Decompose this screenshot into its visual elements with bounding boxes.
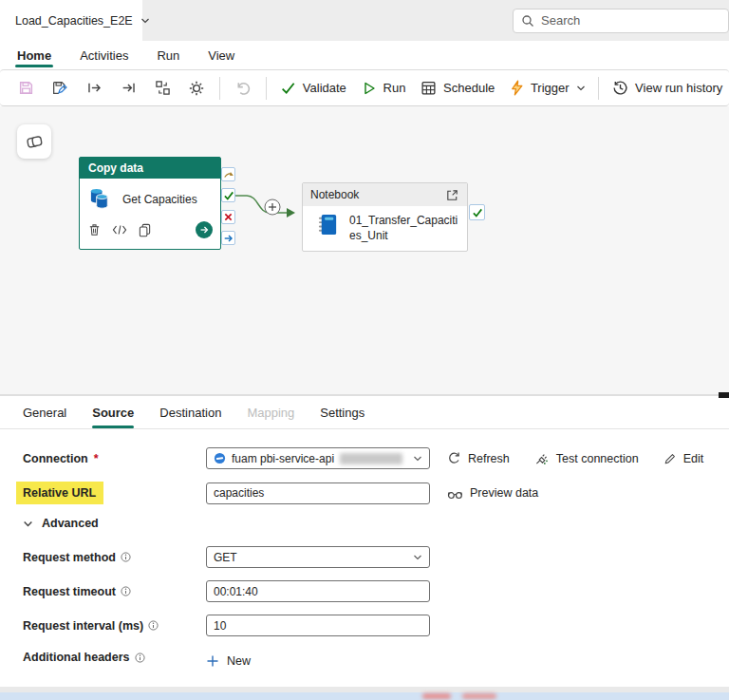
on-completion-port[interactable] [221, 231, 235, 245]
validate-button[interactable]: Validate [273, 74, 353, 103]
title-strip: Load_Capacities_E2E [0, 0, 729, 41]
search-icon [521, 14, 534, 28]
connection-label: Connection * [23, 452, 206, 465]
tab-general[interactable]: General [23, 406, 66, 428]
request-method-row: Request method GET [23, 546, 729, 568]
info-icon [121, 586, 131, 596]
preview-data-label: Preview data [470, 486, 538, 500]
request-timeout-input[interactable]: 00:01:40 [206, 580, 430, 602]
new-label: New [227, 654, 251, 668]
chevron-down-icon [140, 16, 150, 26]
view-run-history-label: View run history [635, 81, 722, 95]
copilot-button[interactable] [17, 124, 51, 159]
test-connection-label: Test connection [556, 452, 639, 465]
on-failure-port[interactable] [221, 210, 235, 224]
background-window-strip [0, 692, 729, 700]
ribbon-tab-run[interactable]: Run [157, 48, 179, 69]
trigger-label: Trigger [531, 81, 570, 95]
request-timeout-value: 00:01:40 [214, 585, 258, 598]
save-icon [18, 80, 34, 96]
on-skip-port[interactable] [221, 167, 235, 181]
redacted-blob [462, 693, 496, 699]
ribbon-tab-activities[interactable]: Activities [80, 48, 128, 69]
bar-arrow-right-icon [86, 80, 103, 96]
notebook-activity[interactable]: Notebook 01_Transfer_Capacities_Unit [302, 182, 468, 252]
edit-pencil-icon [664, 452, 677, 465]
notebook-activity-name: 01_Transfer_Capacities_Unit [349, 213, 461, 243]
view-run-history-button[interactable]: View run history [606, 74, 729, 103]
additional-headers-label: Additional headers [23, 651, 206, 664]
relative-url-value: capacities [214, 486, 264, 500]
required-marker: * [94, 452, 99, 465]
connection-value: fuam pbi-service-api [232, 452, 334, 465]
properties-tab-bar: General Source Destination Mapping Setti… [0, 396, 729, 429]
request-interval-label: Request interval (ms) [23, 619, 206, 633]
tab-settings[interactable]: Settings [320, 406, 364, 428]
copilot-icon [25, 132, 45, 152]
connection-dropdown[interactable]: fuam pbi-service-api [206, 447, 430, 469]
set-input-button[interactable] [78, 74, 110, 103]
ribbon-tab-home[interactable]: Home [17, 48, 51, 69]
search-box[interactable] [513, 9, 729, 33]
ribbon-tab-bar: Home Activities Run View [0, 41, 729, 69]
request-interval-input[interactable]: 10 [206, 615, 430, 636]
validate-label: Validate [303, 81, 346, 95]
panel-resize-handle[interactable] [719, 392, 729, 398]
schedule-button[interactable]: Schedule [414, 74, 501, 103]
tab-source[interactable]: Source [92, 406, 134, 428]
copy-activity-name: Get Capacities [122, 193, 197, 206]
auto-align-button[interactable] [146, 74, 178, 103]
preview-data-button[interactable]: Preview data [447, 486, 538, 500]
copy-data-icon [88, 186, 114, 213]
edit-button[interactable]: Edit [664, 452, 704, 465]
toolbar-separator [219, 77, 220, 100]
code-view-icon[interactable] [112, 223, 127, 236]
refresh-label: Refresh [468, 452, 510, 465]
pipeline-canvas[interactable]: Copy data Get Capacities [0, 106, 729, 394]
go-to-activity-button[interactable] [196, 221, 213, 238]
auto-align-icon [155, 80, 171, 96]
relative-url-input[interactable]: capacities [206, 482, 430, 504]
request-method-dropdown[interactable]: GET [206, 546, 430, 568]
redacted-blob [422, 693, 451, 699]
delete-activity-icon[interactable] [87, 222, 102, 237]
undo-button[interactable] [227, 74, 259, 103]
tab-destination[interactable]: Destination [159, 406, 221, 428]
settings-button[interactable] [180, 74, 213, 103]
document-tab[interactable]: Load_Capacities_E2E [0, 0, 142, 41]
copy-data-activity[interactable]: Copy data Get Capacities [79, 157, 221, 250]
notebook-icon [316, 213, 340, 237]
chevron-down-icon [413, 454, 422, 464]
search-input[interactable] [541, 13, 683, 28]
set-output-button[interactable] [112, 74, 144, 103]
additional-headers-row: Additional headers New [23, 649, 729, 671]
request-interval-value: 10 [214, 619, 226, 633]
refresh-button[interactable]: Refresh [447, 451, 510, 465]
schedule-label: Schedule [443, 81, 495, 95]
chevron-down-icon [576, 84, 586, 93]
ribbon-tab-view[interactable]: View [208, 48, 234, 69]
save-button[interactable] [9, 74, 42, 103]
schedule-grid-icon [421, 80, 437, 96]
run-button[interactable]: Run [355, 74, 413, 103]
edit-label: Edit [683, 452, 704, 465]
save-as-icon [51, 80, 68, 97]
request-method-label-text: Request method [23, 551, 116, 564]
gear-icon [188, 80, 205, 97]
on-success-port[interactable] [221, 188, 235, 202]
info-icon [135, 653, 145, 663]
open-notebook-icon[interactable] [445, 188, 459, 202]
add-activity-button [265, 199, 280, 215]
advanced-toggle[interactable]: Advanced [23, 517, 729, 530]
validate-check-icon [280, 80, 296, 96]
add-header-button[interactable]: New [206, 654, 251, 668]
home-toolbar: Validate Run Schedule Trigger [0, 69, 729, 106]
trigger-button[interactable]: Trigger [503, 74, 591, 103]
test-connection-button[interactable]: Test connection [534, 451, 639, 465]
advanced-label: Advanced [42, 517, 99, 530]
refresh-icon [447, 451, 461, 465]
save-as-button[interactable] [44, 74, 76, 103]
panel-divider[interactable] [0, 394, 729, 396]
plus-icon [206, 654, 219, 668]
duplicate-activity-icon[interactable] [138, 222, 152, 237]
